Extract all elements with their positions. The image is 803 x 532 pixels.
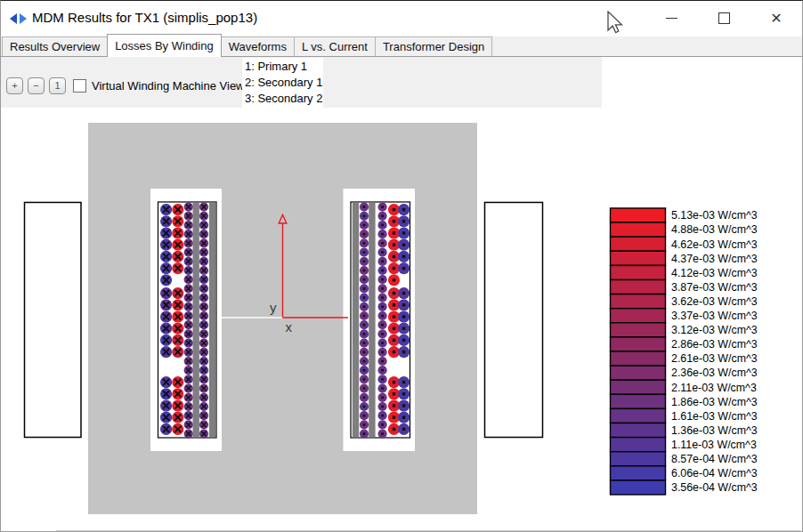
- virtual-winding-machine-checkbox[interactable]: [73, 79, 86, 93]
- legend-swatch: [611, 294, 666, 309]
- current-out-of-page-icon: [381, 423, 384, 426]
- legend-value-label: 3.62e-03 W/cm^3: [671, 295, 758, 308]
- current-out-of-page-icon: [363, 369, 366, 372]
- legend-value-label: 3.12e-03 W/cm^3: [671, 324, 758, 336]
- legend-value-label: 2.11e-03 W/cm^3: [671, 382, 757, 394]
- legend-swatch: [611, 438, 666, 452]
- current-out-of-page-icon: [402, 220, 405, 222]
- app-icon-right-arrow: [20, 13, 27, 24]
- legend-swatch: [611, 351, 666, 366]
- legend-swatch: [611, 323, 666, 337]
- legend-swatch: [611, 309, 666, 323]
- legend-value-label: 2.61e-03 W/cm^3: [671, 352, 758, 365]
- current-out-of-page-icon: [402, 326, 405, 329]
- current-out-of-page-icon: [381, 342, 384, 344]
- zoom-one-button[interactable]: 1: [49, 77, 66, 94]
- current-out-of-page-icon: [363, 378, 366, 381]
- current-out-of-page-icon: [381, 224, 384, 227]
- legend-value-label: 4.88e-03 W/cm^3: [671, 223, 758, 236]
- current-out-of-page-icon: [381, 324, 384, 326]
- current-out-of-page-icon: [393, 208, 395, 211]
- current-out-of-page-icon: [381, 387, 384, 390]
- maximize-button[interactable]: [712, 6, 735, 29]
- current-out-of-page-icon: [402, 255, 405, 258]
- current-out-of-page-icon: [393, 243, 395, 246]
- current-out-of-page-icon: [402, 231, 405, 234]
- current-out-of-page-icon: [363, 278, 366, 281]
- toolbar: + − 1 Virtual Winding Machine View 1: Pr…: [1, 57, 602, 108]
- legend-value-label: 3.56e-04 W/cm^3: [671, 481, 758, 494]
- current-out-of-page-icon: [381, 287, 384, 290]
- legend-swatch: [611, 237, 666, 251]
- current-out-of-page-icon: [363, 315, 366, 318]
- current-out-of-page-icon: [381, 432, 384, 435]
- winding-list[interactable]: 1: Primary 12: Secondary 13: Secondary 2: [242, 58, 323, 108]
- legend-swatch: [611, 222, 666, 237]
- legend-swatch: [611, 337, 666, 351]
- core-cross-section: [88, 123, 477, 514]
- window-title: MDM Results for TX1 (simplis_pop13): [32, 10, 257, 25]
- title-bar[interactable]: MDM Results for TX1 (simplis_pop13) ✕: [1, 1, 802, 36]
- app-icon-left-arrow: [10, 13, 17, 24]
- winding-list-item[interactable]: 2: Secondary 1: [245, 75, 323, 91]
- current-out-of-page-icon: [363, 415, 366, 417]
- current-out-of-page-icon: [381, 278, 384, 281]
- winding-list-item[interactable]: 3: Secondary 2: [245, 91, 323, 107]
- legend-swatch: [611, 408, 666, 423]
- current-out-of-page-icon: [402, 243, 405, 246]
- current-out-of-page-icon: [381, 315, 384, 318]
- current-out-of-page-icon: [381, 406, 384, 408]
- legend-swatch: [611, 480, 666, 495]
- zoom-out-button[interactable]: −: [28, 77, 45, 94]
- zoom-in-button[interactable]: +: [6, 77, 23, 94]
- current-out-of-page-icon: [363, 296, 366, 299]
- current-out-of-page-icon: [363, 242, 366, 245]
- current-out-of-page-icon: [402, 351, 405, 353]
- tab-losses-by-winding[interactable]: Losses By Winding: [107, 34, 222, 57]
- current-out-of-page-icon: [363, 224, 366, 227]
- current-out-of-page-icon: [381, 360, 384, 363]
- current-out-of-page-icon: [363, 432, 366, 435]
- legend-value-label: 4.62e-03 W/cm^3: [671, 238, 758, 251]
- current-out-of-page-icon: [393, 278, 395, 281]
- minimize-button[interactable]: [660, 6, 683, 29]
- close-button[interactable]: ✕: [765, 6, 788, 29]
- legend-value-label: 2.36e-03 W/cm^3: [671, 367, 758, 379]
- winding-loss-canvas[interactable]: yx5.13e-03 W/cm^34.88e-03 W/cm^34.62e-03…: [1, 108, 803, 532]
- tab-l-vs-current[interactable]: L vs. Current: [294, 36, 376, 56]
- current-out-of-page-icon: [393, 381, 395, 383]
- outer-core-plate: [25, 203, 82, 438]
- close-icon: ✕: [770, 10, 782, 27]
- legend-swatch: [611, 208, 666, 222]
- current-out-of-page-icon: [393, 315, 395, 318]
- legend-swatch: [611, 280, 666, 294]
- minimize-icon: [666, 18, 677, 19]
- current-out-of-page-icon: [381, 296, 384, 299]
- tab-transformer-design[interactable]: Transformer Design: [375, 36, 492, 56]
- app-icon: [9, 12, 30, 26]
- current-out-of-page-icon: [381, 305, 384, 308]
- current-out-of-page-icon: [393, 255, 395, 258]
- current-out-of-page-icon: [402, 404, 405, 407]
- tab-waveforms[interactable]: Waveforms: [221, 36, 295, 56]
- virtual-winding-machine-label[interactable]: Virtual Winding Machine View: [92, 79, 245, 93]
- current-out-of-page-icon: [363, 214, 366, 217]
- current-out-of-page-icon: [393, 231, 395, 234]
- current-out-of-page-icon: [363, 351, 366, 353]
- winding-list-item[interactable]: 1: Primary 1: [245, 59, 323, 75]
- legend-swatch: [611, 423, 666, 438]
- current-out-of-page-icon: [381, 242, 384, 245]
- legend-value-label: 1.11e-03 W/cm^3: [671, 439, 757, 451]
- current-out-of-page-icon: [363, 423, 366, 426]
- legend-value-label: 1.36e-03 W/cm^3: [671, 424, 758, 437]
- current-out-of-page-icon: [402, 208, 405, 211]
- current-out-of-page-icon: [363, 324, 366, 326]
- current-out-of-page-icon: [381, 396, 384, 399]
- current-out-of-page-icon: [393, 267, 395, 270]
- legend-swatch: [611, 380, 666, 394]
- legend-value-label: 2.86e-03 W/cm^3: [671, 338, 758, 351]
- tab-results-overview[interactable]: Results Overview: [2, 36, 108, 56]
- legend-value-label: 1.86e-03 W/cm^3: [671, 396, 758, 408]
- legend-value-label: 5.13e-03 W/cm^3: [671, 209, 758, 222]
- tab-strip: Results OverviewLosses By WindingWavefor…: [1, 36, 802, 57]
